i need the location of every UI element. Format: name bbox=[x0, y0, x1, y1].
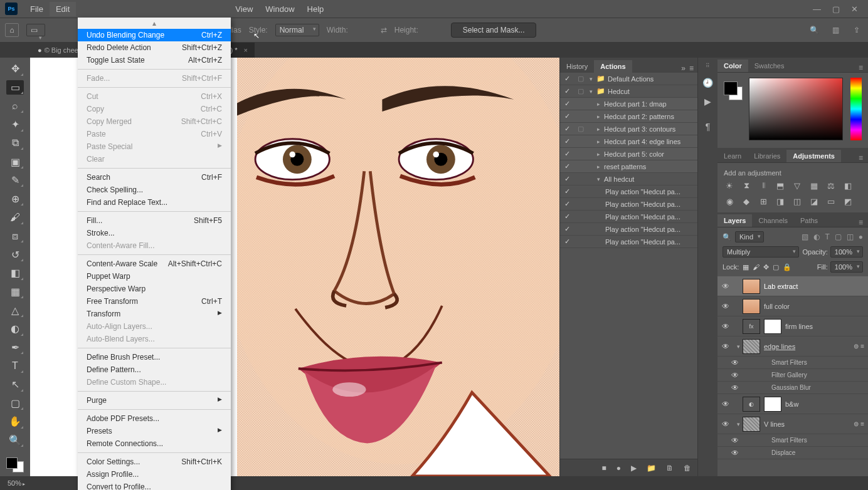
menu-edit[interactable]: Edit bbox=[50, 2, 76, 16]
action-row[interactable]: ✓▸Hedcut part 5: color bbox=[560, 148, 697, 160]
toggle-checkmark[interactable]: ✓ bbox=[560, 137, 574, 145]
menu-item-assign-profile-[interactable]: Assign Profile... bbox=[78, 468, 231, 481]
workspace-grid-icon[interactable]: ▥ bbox=[829, 24, 842, 36]
menu-item-find-and-replace-text-[interactable]: Find and Replace Text... bbox=[78, 196, 231, 209]
layer-row[interactable]: 👁▾V lines⊚ ≡ bbox=[717, 414, 868, 434]
swap-icon[interactable]: ⇄ bbox=[381, 26, 387, 34]
actions-tab[interactable]: Actions bbox=[594, 60, 632, 73]
toggle-checkmark[interactable]: ✓ bbox=[560, 87, 574, 95]
visibility-toggle[interactable]: 👁 bbox=[717, 449, 743, 457]
smart-filter-row[interactable]: 👁Gaussian Blur bbox=[717, 382, 868, 394]
scroll-up-arrow[interactable]: ▴ bbox=[78, 18, 231, 29]
hand-tool[interactable]: ✋ bbox=[6, 414, 24, 429]
dialog-toggle[interactable]: ▢ bbox=[574, 75, 588, 83]
layer-thumbnail[interactable] bbox=[743, 299, 760, 314]
color-picker-tool[interactable] bbox=[6, 457, 24, 472]
toggle-checkmark[interactable]: ✓ bbox=[560, 225, 574, 233]
color-field[interactable] bbox=[749, 78, 843, 140]
layer-mask-thumbnail[interactable] bbox=[764, 397, 781, 412]
lock-all-icon[interactable]: 🔒 bbox=[783, 263, 791, 271]
vibrance-icon[interactable]: ▽ bbox=[791, 180, 803, 190]
foreground-color[interactable] bbox=[724, 81, 738, 95]
lock-pixels-icon[interactable]: ▦ bbox=[743, 263, 749, 271]
action-row[interactable]: ✓▸Hedcut part 1: dmap bbox=[560, 98, 697, 110]
selective-icon[interactable]: ◩ bbox=[842, 196, 854, 206]
smart-filter-row[interactable]: 👁Smart Filters bbox=[717, 434, 868, 447]
color-tab[interactable]: Color bbox=[717, 60, 748, 72]
stop-button[interactable]: ■ bbox=[602, 464, 606, 472]
new-set-button[interactable]: 📁 bbox=[647, 464, 656, 472]
toggle-checkmark[interactable]: ✓ bbox=[560, 75, 574, 83]
layer-mask-thumbnail[interactable] bbox=[764, 319, 781, 334]
paragraph-icon[interactable]: ¶ bbox=[706, 122, 711, 132]
menu-item-presets[interactable]: Presets▶ bbox=[78, 425, 231, 437]
menu-item-remote-connections-[interactable]: Remote Connections... bbox=[78, 437, 231, 450]
layer-row[interactable]: 👁full color bbox=[717, 296, 868, 316]
marquee-tool[interactable]: ▭ bbox=[6, 80, 24, 95]
layer-row[interactable]: 👁fxfirm lines bbox=[717, 316, 868, 336]
posterize-icon[interactable]: ◫ bbox=[791, 196, 803, 206]
select-and-mask-button[interactable]: Select and Mask... bbox=[451, 23, 537, 38]
menu-help[interactable]: Help bbox=[301, 2, 331, 16]
toggle-checkmark[interactable]: ✓ bbox=[560, 112, 574, 120]
blur-tool[interactable]: △ bbox=[6, 303, 24, 318]
close-button[interactable]: ✕ bbox=[851, 4, 858, 14]
pen-tool[interactable]: ✒ bbox=[6, 340, 24, 355]
brightness-icon[interactable]: ☀ bbox=[724, 180, 735, 190]
layer-thumbnail[interactable]: ◐ bbox=[743, 397, 760, 412]
menu-item-transform[interactable]: Transform▶ bbox=[78, 308, 231, 320]
dialog-toggle[interactable]: ▢ bbox=[574, 125, 588, 133]
action-row[interactable]: ✓Play action "Hedcut pa... bbox=[560, 198, 697, 211]
threshold-icon[interactable]: ◪ bbox=[808, 196, 820, 206]
type-tool[interactable]: T bbox=[6, 358, 24, 373]
action-row[interactable]: ✓Play action "Hedcut pa... bbox=[560, 223, 697, 236]
smart-filter-row[interactable]: 👁Smart Filters bbox=[717, 357, 868, 369]
visibility-toggle[interactable]: 👁 bbox=[717, 342, 734, 351]
history-brush-tool[interactable]: ↺ bbox=[6, 247, 24, 262]
adjustments-panel-menu[interactable]: ≡ bbox=[854, 154, 868, 162]
layer-thumbnail[interactable] bbox=[743, 339, 760, 354]
libraries-tab[interactable]: Libraries bbox=[748, 150, 786, 162]
curves-icon[interactable]: ⦀ bbox=[758, 180, 769, 190]
dialog-toggle[interactable]: ▢ bbox=[574, 87, 588, 95]
fill-input[interactable]: 100% bbox=[830, 261, 863, 273]
crop-tool[interactable]: ⧉ bbox=[6, 136, 24, 151]
marquee-preset-dropdown[interactable]: ▭ bbox=[26, 24, 45, 36]
rectangle-tool[interactable]: ▢ bbox=[6, 396, 24, 411]
menu-window[interactable]: Window bbox=[259, 2, 300, 16]
minimize-button[interactable]: — bbox=[813, 4, 821, 14]
collapse-icon[interactable]: » bbox=[681, 64, 685, 73]
zoom-level[interactable]: 50% bbox=[8, 479, 25, 487]
menu-file[interactable]: File bbox=[24, 2, 50, 16]
panel-menu-icon[interactable]: ≡ bbox=[689, 64, 694, 73]
menu-item-stroke-[interactable]: Stroke... bbox=[78, 227, 231, 239]
share-icon[interactable]: ⇪ bbox=[850, 24, 863, 36]
lock-artboard-icon[interactable]: ▢ bbox=[773, 263, 779, 271]
menu-item-puppet-warp[interactable]: Puppet Warp bbox=[78, 270, 231, 283]
visibility-toggle[interactable]: 👁 bbox=[717, 282, 734, 291]
visibility-toggle[interactable]: 👁 bbox=[717, 383, 743, 392]
gradient-tool[interactable]: ▦ bbox=[6, 284, 24, 300]
menu-item-fill-[interactable]: Fill...Shift+F5 bbox=[78, 214, 231, 227]
toggle-checkmark[interactable]: ✓ bbox=[560, 200, 574, 208]
menu-item-adobe-pdf-presets-[interactable]: Adobe PDF Presets... bbox=[78, 412, 231, 425]
close-tab-icon[interactable]: × bbox=[244, 46, 248, 54]
smart-filter-badge[interactable]: ⊚ ≡ bbox=[854, 343, 864, 350]
layer-row[interactable]: 👁Lab extract bbox=[717, 276, 868, 296]
visibility-toggle[interactable]: 👁 bbox=[717, 436, 743, 445]
play-button[interactable]: ▶ bbox=[631, 464, 637, 472]
path-select-tool[interactable]: ↖ bbox=[6, 377, 24, 392]
brush-tool[interactable]: 🖌 bbox=[6, 210, 24, 225]
filter-smart-icon[interactable]: ◫ bbox=[847, 232, 854, 241]
action-row[interactable]: ✓Play action "Hedcut pa... bbox=[560, 211, 697, 223]
menu-item-redo-delete-action[interactable]: Redo Delete ActionShift+Ctrl+Z bbox=[78, 41, 231, 54]
menu-item-define-brush-preset-[interactable]: Define Brush Preset... bbox=[78, 351, 231, 363]
smart-filter-badge[interactable]: ⊚ ≡ bbox=[854, 420, 864, 427]
layer-thumbnail[interactable]: fx bbox=[743, 319, 760, 334]
toggle-checkmark[interactable]: ✓ bbox=[560, 125, 574, 133]
lock-position-icon[interactable]: ✥ bbox=[763, 263, 769, 271]
action-row[interactable]: ✓▢▸Hedcut part 3: contours bbox=[560, 123, 697, 135]
levels-icon[interactable]: ⧗ bbox=[741, 180, 752, 190]
menu-item-free-transform[interactable]: Free TransformCtrl+T bbox=[78, 295, 231, 308]
menu-item-toggle-last-state[interactable]: Toggle Last StateAlt+Ctrl+Z bbox=[78, 54, 231, 66]
